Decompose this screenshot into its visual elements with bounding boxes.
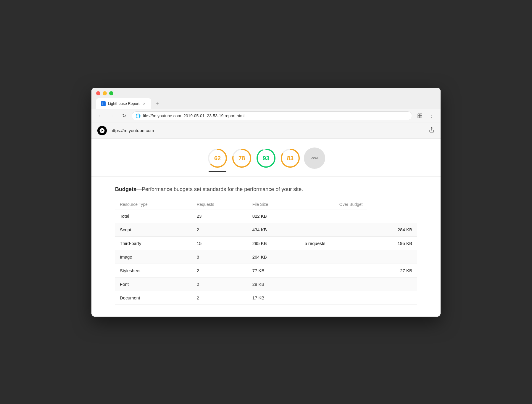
cell-resource-type: Total xyxy=(115,209,192,223)
cell-resource-type: Script xyxy=(115,223,192,236)
table-row: Stylesheet277 KB27 KB xyxy=(115,264,417,277)
tab-close-button[interactable]: × xyxy=(142,101,146,107)
cell-requests: 23 xyxy=(192,209,248,223)
svg-rect-2 xyxy=(418,114,420,116)
new-tab-button[interactable]: + xyxy=(152,99,162,108)
cell-requests-over-empty xyxy=(300,250,367,264)
address-text: file:///m.youtube.com_2019-05-01_23-53-1… xyxy=(143,113,408,118)
address-bar[interactable]: 🌐 file:///m.youtube.com_2019-05-01_23-53… xyxy=(132,111,412,120)
cell-resource-type: Font xyxy=(115,277,192,291)
svg-rect-5 xyxy=(420,116,422,118)
share-button[interactable] xyxy=(429,127,435,134)
tab-bar: i Lighthouse Report × + xyxy=(96,98,436,109)
cell-requests-over-empty xyxy=(300,291,367,304)
svg-rect-4 xyxy=(418,116,420,118)
budget-title: Budgets—Performance budgets set standard… xyxy=(115,186,417,193)
cell-requests: 2 xyxy=(192,223,248,236)
scores-row: 62 78 xyxy=(91,139,441,172)
cell-requests: 8 xyxy=(192,250,248,264)
cell-over-budget xyxy=(367,277,417,291)
svg-text:i: i xyxy=(102,102,103,105)
back-button[interactable]: ← xyxy=(96,112,104,120)
cell-requests: 2 xyxy=(192,264,248,277)
header-row: Resource Type Requests File Size Over Bu… xyxy=(115,200,417,209)
table-row: Font228 KB xyxy=(115,277,417,291)
forward-button[interactable]: → xyxy=(108,112,116,120)
main-content: 62 78 xyxy=(91,139,441,317)
budget-title-rest: —Performance budgets set standards for t… xyxy=(136,186,303,192)
cell-resource-type: Image xyxy=(115,250,192,264)
cell-requests-over-empty xyxy=(300,277,367,291)
score-value-performance: 62 xyxy=(214,155,221,161)
cell-file-size: 28 KB xyxy=(248,277,300,291)
site-url: https://m.youtube.com xyxy=(110,128,154,133)
minimize-button[interactable] xyxy=(103,91,107,95)
cell-over-budget xyxy=(367,209,417,223)
cell-file-size: 822 KB xyxy=(248,209,300,223)
budget-table: Resource Type Requests File Size Over Bu… xyxy=(115,200,417,305)
col-requests: Requests xyxy=(192,200,248,209)
cell-requests: 2 xyxy=(192,291,248,304)
pwa-circle: PWA xyxy=(304,148,325,169)
cell-resource-type: Stylesheet xyxy=(115,264,192,277)
table-row: Total23822 KB xyxy=(115,209,417,223)
cell-over-budget: 27 KB xyxy=(367,264,417,277)
table-row: Third-party15295 KB5 requests195 KB xyxy=(115,236,417,250)
table-row: Image8264 KB xyxy=(115,250,417,264)
cell-requests: 2 xyxy=(192,277,248,291)
budget-section: Budgets—Performance budgets set standard… xyxy=(91,177,441,317)
cell-requests: 15 xyxy=(192,236,248,250)
score-performance[interactable]: 62 xyxy=(207,148,228,172)
cell-over-budget: 195 KB xyxy=(367,236,417,250)
fullscreen-button[interactable] xyxy=(109,91,113,95)
address-bar-row: ← → ↻ 🌐 file:///m.youtube.com_2019-05-01… xyxy=(91,109,441,123)
svg-rect-3 xyxy=(420,114,422,116)
score-circle-performance: 62 xyxy=(207,148,228,169)
site-bar: https://m.youtube.com xyxy=(91,123,441,139)
active-tab[interactable]: i Lighthouse Report × xyxy=(96,98,151,109)
cell-requests-over-empty xyxy=(300,264,367,277)
budget-table-body: Total23822 KBScript2434 KB284 KBThird-pa… xyxy=(115,209,417,304)
site-logo-icon xyxy=(97,126,107,135)
title-bar: i Lighthouse Report × + xyxy=(91,88,441,109)
traffic-lights xyxy=(96,91,436,95)
score-value-seo: 83 xyxy=(287,155,294,161)
table-row: Document217 KB xyxy=(115,291,417,304)
cell-resource-type: Document xyxy=(115,291,192,304)
cell-file-size: 434 KB xyxy=(248,223,300,236)
close-button[interactable] xyxy=(96,91,100,95)
cell-over-budget: 284 KB xyxy=(367,223,417,236)
tab-title: Lighthouse Report xyxy=(108,101,139,106)
browser-window: i Lighthouse Report × + ← → ↻ 🌐 file:///… xyxy=(91,88,441,317)
cell-over-budget xyxy=(367,250,417,264)
reload-button[interactable]: ↻ xyxy=(120,112,128,120)
extensions-button[interactable] xyxy=(416,112,424,120)
score-accessibility[interactable]: 78 xyxy=(231,148,252,172)
col-file-size: File Size xyxy=(248,200,300,209)
cell-requests-over: 5 requests xyxy=(300,236,367,250)
score-pwa[interactable]: PWA xyxy=(304,148,325,172)
budget-title-bold: Budgets xyxy=(115,186,136,192)
score-circle-accessibility: 78 xyxy=(231,148,252,169)
cell-file-size: 264 KB xyxy=(248,250,300,264)
cell-requests-over-empty xyxy=(300,223,367,236)
col-over-budget: Over Budget xyxy=(300,200,367,209)
cell-resource-type: Third-party xyxy=(115,236,192,250)
score-value-accessibility: 78 xyxy=(238,155,245,161)
score-seo[interactable]: 83 xyxy=(280,148,301,172)
pwa-label: PWA xyxy=(310,156,318,160)
more-options-button[interactable]: ⋮ xyxy=(428,112,436,120)
cell-requests-over-empty xyxy=(300,209,367,223)
col-resource-type: Resource Type xyxy=(115,200,192,209)
table-row: Script2434 KB284 KB xyxy=(115,223,417,236)
cell-file-size: 77 KB xyxy=(248,264,300,277)
site-info: https://m.youtube.com xyxy=(97,126,154,135)
score-circle-seo: 83 xyxy=(280,148,301,169)
cell-file-size: 295 KB xyxy=(248,236,300,250)
cell-over-budget xyxy=(367,291,417,304)
score-value-best-practices: 93 xyxy=(263,155,269,161)
score-best-practices[interactable]: 93 xyxy=(255,148,277,172)
cell-file-size: 17 KB xyxy=(248,291,300,304)
tab-favicon-icon: i xyxy=(101,101,106,106)
score-circle-best-practices: 93 xyxy=(255,148,277,169)
